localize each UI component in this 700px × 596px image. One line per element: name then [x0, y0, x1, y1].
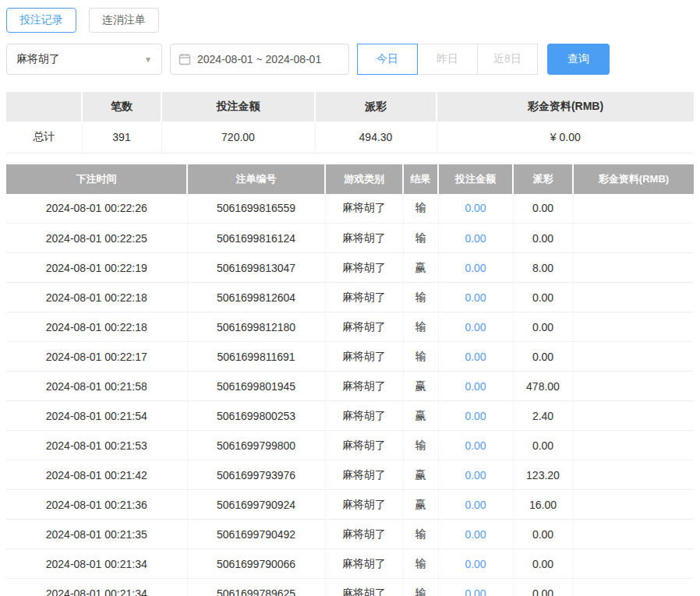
cell-payout: 0.00 [513, 579, 573, 596]
table-row: 2024-08-01 00:21:365061699790924麻将胡了赢0.0… [6, 490, 694, 520]
cell-order-id: 5061699812180 [187, 312, 325, 342]
cell-game-type: 麻将胡了 [325, 431, 403, 460]
table-row: 2024-08-01 00:22:265061699816559麻将胡了输0.0… [6, 194, 694, 224]
cell-bet-time: 2024-08-01 00:22:19 [6, 253, 187, 283]
cell-bet-time: 2024-08-01 00:22:17 [6, 342, 187, 372]
table-row: 2024-08-01 00:22:255061699816124麻将胡了输0.0… [6, 224, 694, 253]
cell-payout: 16.00 [513, 490, 573, 520]
bet-amount-link[interactable]: 0.00 [465, 469, 486, 481]
cell-payout: 0.00 [513, 431, 573, 460]
summary-payout-value: 494.30 [315, 122, 437, 153]
column-header: 派彩 [513, 164, 573, 194]
table-row: 2024-08-01 00:22:185061699812604麻将胡了输0.0… [6, 283, 694, 312]
cell-payout: 0.00 [513, 194, 573, 224]
summary-bet-amount-value: 720.00 [161, 122, 315, 153]
cell-payout: 0.00 [513, 283, 573, 312]
column-header: 结果 [403, 164, 438, 194]
cell-bonus [573, 579, 694, 596]
tab-cancelled-orders[interactable]: 连消注单 [89, 8, 159, 33]
cell-bet-time: 2024-08-01 00:22:18 [6, 283, 187, 312]
cell-bet-time: 2024-08-01 00:21:34 [6, 579, 187, 596]
bet-amount-link[interactable]: 0.00 [465, 351, 486, 363]
cell-order-id: 5061699790924 [187, 490, 325, 520]
bet-amount-link[interactable]: 0.00 [465, 587, 486, 596]
summary-row: 总计 391 720.00 494.30 ¥ 0.00 [6, 122, 694, 153]
cell-game-type: 麻将胡了 [325, 579, 403, 596]
cell-bonus [573, 283, 694, 312]
filter-bar: 麻将胡了 ▼ 2024-08-01 ~ 2024-08-01 今日 昨日 近8日… [6, 44, 694, 75]
bet-amount-link[interactable]: 0.00 [465, 262, 486, 274]
bet-amount-link[interactable]: 0.00 [465, 291, 486, 304]
cell-order-id: 5061699811691 [187, 342, 325, 372]
cell-bonus [573, 520, 694, 549]
cell-bonus [573, 224, 694, 253]
date-range-input[interactable]: 2024-08-01 ~ 2024-08-01 [170, 44, 349, 75]
search-button[interactable]: 查询 [547, 44, 610, 75]
cell-payout: 2.40 [513, 401, 573, 431]
yesterday-button[interactable]: 昨日 [417, 44, 478, 75]
cell-bet-time: 2024-08-01 00:21:42 [6, 460, 187, 490]
bet-amount-link[interactable]: 0.00 [465, 528, 486, 541]
summary-header-row: 笔数 投注金额 派彩 彩金资料(RMB) [6, 92, 694, 122]
table-body: 2024-08-01 00:22:265061699816559麻将胡了输0.0… [6, 194, 694, 596]
bet-amount-link[interactable]: 0.00 [465, 499, 486, 511]
cell-bonus [573, 401, 694, 431]
cell-bet-amount: 0.00 [438, 431, 513, 460]
cell-payout: 0.00 [513, 549, 573, 579]
bet-amount-link[interactable]: 0.00 [465, 380, 486, 393]
table-row: 2024-08-01 00:21:355061699790492麻将胡了输0.0… [6, 520, 694, 549]
cell-bet-time: 2024-08-01 00:21:34 [6, 549, 187, 579]
table-row: 2024-08-01 00:22:195061699813047麻将胡了赢0.0… [6, 253, 694, 283]
cell-game-type: 麻将胡了 [325, 312, 403, 342]
cell-bonus [573, 342, 694, 372]
cell-order-id: 5061699790492 [187, 520, 325, 549]
cell-order-id: 5061699793976 [187, 460, 325, 490]
table-row: 2024-08-01 00:22:185061699812180麻将胡了输0.0… [6, 312, 694, 342]
summary-count-value: 391 [82, 122, 161, 153]
cell-bet-time: 2024-08-01 00:21:54 [6, 401, 187, 431]
cell-order-id: 5061699816124 [187, 224, 325, 253]
date-range-value: 2024-08-01 ~ 2024-08-01 [197, 53, 321, 65]
cell-game-type: 麻将胡了 [325, 490, 403, 520]
cell-payout: 8.00 [513, 253, 573, 283]
cell-result: 输 [403, 342, 438, 372]
summary-header-payout: 派彩 [315, 92, 437, 122]
summary-table: 笔数 投注金额 派彩 彩金资料(RMB) 总计 391 720.00 494.3… [6, 92, 694, 153]
summary-header-bet-amount: 投注金额 [161, 92, 315, 122]
cell-payout: 123.20 [513, 460, 573, 490]
cell-bet-time: 2024-08-01 00:22:18 [6, 312, 187, 342]
table-row: 2024-08-01 00:21:585061699801945麻将胡了赢0.0… [6, 372, 694, 401]
cell-game-type: 麻将胡了 [325, 549, 403, 579]
cell-bet-time: 2024-08-01 00:21:58 [6, 372, 187, 401]
bet-amount-link[interactable]: 0.00 [465, 321, 486, 333]
cell-result: 输 [403, 312, 438, 342]
column-header: 彩金资料(RMB) [573, 164, 694, 194]
bet-amount-link[interactable]: 0.00 [465, 232, 486, 245]
summary-bonus-value: ¥ 0.00 [437, 122, 694, 153]
cell-order-id: 5061699816559 [187, 194, 325, 224]
bet-amount-link[interactable]: 0.00 [465, 439, 486, 452]
cell-bet-amount: 0.00 [438, 549, 513, 579]
last-8-days-button[interactable]: 近8日 [477, 44, 538, 75]
cell-bet-amount: 0.00 [438, 342, 513, 372]
records-table: 下注时间注单编号游戏类别结果投注金额派彩彩金资料(RMB) 2024-08-01… [6, 164, 694, 596]
cell-bonus [573, 312, 694, 342]
cell-result: 赢 [403, 253, 438, 283]
cell-order-id: 5061699813047 [187, 253, 325, 283]
cell-bet-amount: 0.00 [438, 194, 513, 224]
cell-bet-amount: 0.00 [438, 224, 513, 253]
cell-bonus [573, 431, 694, 460]
bet-amount-link[interactable]: 0.00 [465, 558, 486, 570]
cell-payout: 0.00 [513, 312, 573, 342]
cell-order-id: 5061699799800 [187, 431, 325, 460]
bet-amount-link[interactable]: 0.00 [465, 410, 486, 422]
cell-bonus [573, 253, 694, 283]
cell-bet-amount: 0.00 [438, 283, 513, 312]
bet-amount-link[interactable]: 0.00 [465, 202, 486, 214]
tab-bet-records[interactable]: 投注记录 [6, 8, 76, 33]
cell-result: 输 [403, 579, 438, 596]
cell-result: 赢 [403, 372, 438, 401]
game-select[interactable]: 麻将胡了 ▼ [6, 44, 162, 75]
today-button[interactable]: 今日 [357, 44, 418, 75]
table-row: 2024-08-01 00:21:345061699790066麻将胡了输0.0… [6, 549, 694, 579]
